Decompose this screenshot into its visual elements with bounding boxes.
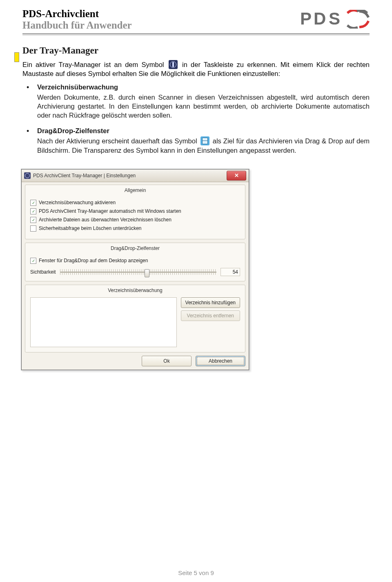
svg-text:S: S	[329, 10, 340, 28]
remove-directory-button: Verzeichnis entfernen	[181, 310, 240, 321]
slider-ticks	[60, 269, 216, 275]
doc-subtitle: Handbuch für Anwender	[22, 20, 132, 31]
intro-paragraph: Ein aktiver Tray-Manager ist an dem Symb…	[22, 60, 370, 78]
checkbox-label: Fenster für Drag&Drop auf dem Desktop an…	[39, 258, 148, 263]
header-rule-2	[22, 35, 370, 36]
tray-icon	[169, 60, 178, 69]
ok-button[interactable]: Ok	[142, 356, 192, 366]
slider-knob[interactable]	[145, 269, 149, 277]
slider-value: 54	[220, 268, 240, 276]
bullet-body: Nach der Aktivierung erscheint dauerhaft…	[37, 136, 370, 155]
bullet-title: Drag&Drop-Zielfenster	[37, 127, 370, 135]
group-verzeichnis: Verzeichnisüberwachung Verzeichnis hinzu…	[25, 285, 245, 352]
opacity-slider[interactable]	[60, 269, 216, 275]
slider-label: Sichtbarkeit	[30, 269, 56, 275]
bullet-title: Verzeichnisüberwachung	[37, 83, 370, 91]
close-button[interactable]: ✕	[227, 171, 246, 181]
group-allgemein: Allgemein ✓Verzeichnisüberwachung aktivi…	[25, 185, 245, 239]
checkbox-row[interactable]: ✓Verzeichnisüberwachung aktivieren	[30, 200, 240, 206]
dragdrop-text-a: Nach der Aktivierung erscheint dauerhaft…	[37, 137, 199, 145]
group-dragdrop: Drag&Drop-Zielfenster ✓Fenster für Drag&…	[25, 243, 245, 281]
brand-logo: P D S	[300, 8, 370, 29]
checkbox-row[interactable]: ✓Fenster für Drag&Drop auf dem Desktop a…	[30, 258, 240, 264]
checkbox-icon[interactable]: ✓	[30, 200, 36, 206]
bullet-verzeichnisueberwachung: Verzeichnisüberwachung Werden Dokumente,…	[22, 83, 370, 120]
header-rule-1	[22, 33, 370, 34]
checkbox-icon[interactable]: ✓	[30, 208, 36, 214]
checkbox-icon[interactable]: ✓	[30, 217, 36, 223]
doc-title: PDS-Archivclient	[22, 8, 132, 20]
intro-text-1: Ein aktiver Tray-Manager ist an dem Symb…	[22, 61, 167, 68]
checkbox-label: PDS ArchivClient Tray-Manager automatisc…	[39, 208, 181, 214]
checkbox-row[interactable]: ✓Archivierte Dateien aus überwachten Ver…	[30, 217, 240, 223]
cancel-button[interactable]: Abbrechen	[196, 356, 245, 366]
group-title: Drag&Drop-Zielfenster	[25, 245, 245, 251]
titlebar[interactable]: PDS ArchivClient Tray-Manager | Einstell…	[22, 169, 249, 182]
checkbox-label: Verzeichnisüberwachung aktivieren	[39, 200, 116, 205]
checkbox-row[interactable]: ✓PDS ArchivClient Tray-Manager automatis…	[30, 208, 240, 214]
section-title: Der Tray-Manager	[22, 45, 370, 56]
settings-dialog: PDS ArchivClient Tray-Manager | Einstell…	[21, 169, 249, 370]
highlight-marker	[14, 52, 19, 62]
bullet-body: Werden Dokumente, z.B. durch einen Scann…	[37, 93, 370, 120]
group-title: Verzeichnisüberwachung	[25, 288, 245, 293]
drop-target-icon	[200, 136, 209, 145]
page-header: PDS-Archivclient Handbuch für Anwender P…	[22, 8, 370, 31]
app-icon	[24, 172, 31, 179]
page-footer: Seite 5 von 9	[0, 569, 392, 576]
add-directory-button[interactable]: Verzeichnis hinzufügen	[181, 297, 240, 308]
bullet-dragdrop: Drag&Drop-Zielfenster Nach der Aktivieru…	[22, 127, 370, 155]
group-title: Allgemein	[25, 187, 245, 193]
checkbox-label: Sicherheitsabfrage beim Löschen unterdrü…	[39, 225, 141, 231]
svg-text:D: D	[314, 10, 326, 28]
settings-dialog-screenshot: PDS ArchivClient Tray-Manager | Einstell…	[21, 169, 249, 370]
checkbox-row[interactable]: Sicherheitsabfrage beim Löschen unterdrü…	[30, 225, 240, 232]
directory-list[interactable]	[30, 297, 177, 347]
checkbox-icon[interactable]: ✓	[30, 258, 36, 264]
window-title: PDS ArchivClient Tray-Manager | Einstell…	[33, 173, 227, 178]
checkbox-icon[interactable]	[30, 225, 36, 232]
svg-text:P: P	[300, 10, 312, 28]
checkbox-label: Archivierte Dateien aus überwachten Verz…	[39, 217, 172, 223]
